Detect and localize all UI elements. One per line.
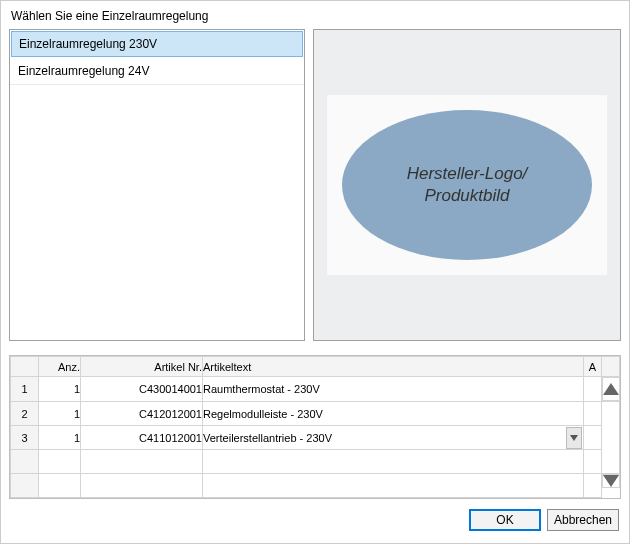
preview-panel: Hersteller-Logo/Produktbild: [313, 29, 621, 341]
cell-anz[interactable]: 1: [39, 377, 81, 402]
col-header-arttxt[interactable]: Artikeltext: [203, 357, 584, 377]
cell-a[interactable]: [584, 402, 602, 426]
row-number: 3: [11, 426, 39, 450]
row-number: 1: [11, 377, 39, 402]
col-header-rownum[interactable]: [11, 357, 39, 377]
col-header-artnr[interactable]: Artikel Nr.: [81, 357, 203, 377]
cell-arttxt-text: Verteilerstellantrieb - 230V: [203, 432, 332, 444]
cell-artnr[interactable]: C430014001: [81, 377, 203, 402]
ok-button[interactable]: OK: [469, 509, 541, 531]
row-number: 2: [11, 402, 39, 426]
list-item[interactable]: Einzelraumregelung 230V: [11, 31, 303, 57]
svg-marker-2: [603, 475, 619, 487]
cell-anz[interactable]: 1: [39, 426, 81, 450]
cell-a[interactable]: [584, 377, 602, 402]
table-row-empty[interactable]: [11, 450, 620, 474]
cell-a[interactable]: [584, 426, 602, 450]
col-header-a[interactable]: A: [584, 357, 602, 377]
svg-marker-1: [570, 435, 578, 441]
cell-arttxt[interactable]: Verteilerstellantrieb - 230V: [203, 426, 584, 450]
cancel-button[interactable]: Abbrechen: [547, 509, 619, 531]
article-grid[interactable]: Anz. Artikel Nr. Artikeltext A 1 1 C4300…: [9, 355, 621, 499]
logo-placeholder: Hersteller-Logo/Produktbild: [342, 110, 592, 260]
scroll-down-button[interactable]: [602, 474, 620, 488]
cell-artnr[interactable]: C412012001: [81, 402, 203, 426]
list-item[interactable]: Einzelraumregelung 24V: [10, 58, 304, 85]
table-row[interactable]: 1 1 C430014001 Raumthermostat - 230V: [11, 377, 620, 402]
dropdown-button[interactable]: [566, 427, 582, 449]
cell-anz[interactable]: 1: [39, 402, 81, 426]
cell-arttxt[interactable]: Raumthermostat - 230V: [203, 377, 584, 402]
cell-artnr[interactable]: C411012001: [81, 426, 203, 450]
table-row[interactable]: 2 1 C412012001 Regelmodulleiste - 230V: [11, 402, 620, 426]
control-type-list[interactable]: Einzelraumregelung 230V Einzelraumregelu…: [9, 29, 305, 341]
dialog-title: Wählen Sie eine Einzelraumregelung: [1, 1, 629, 29]
svg-marker-0: [603, 383, 619, 395]
cell-arttxt[interactable]: Regelmodulleiste - 230V: [203, 402, 584, 426]
col-header-anz[interactable]: Anz.: [39, 357, 81, 377]
scroll-track[interactable]: [602, 402, 620, 474]
table-row-empty[interactable]: [11, 474, 620, 498]
scrollbar-header: [602, 357, 620, 377]
scroll-up-button[interactable]: [602, 377, 620, 401]
table-row[interactable]: 3 1 C411012001 Verteilerstellantrieb - 2…: [11, 426, 620, 450]
